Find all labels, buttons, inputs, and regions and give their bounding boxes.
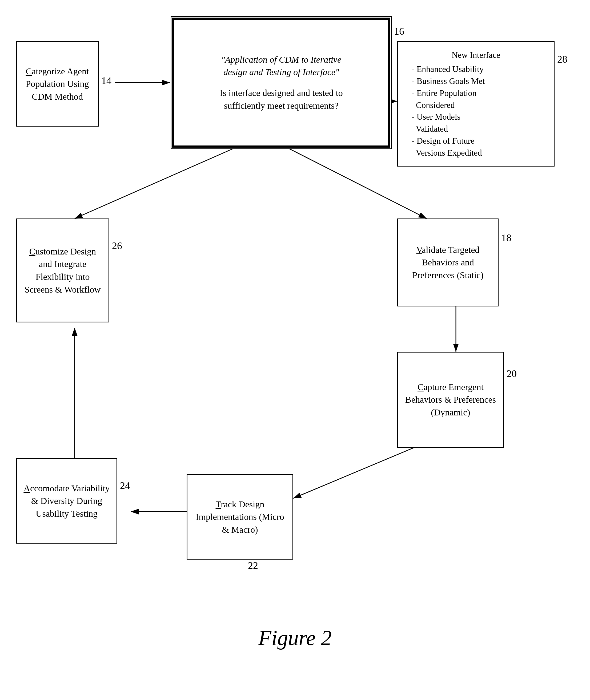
validate-box: Validate Targeted Behaviors and Preferen… (397, 219, 499, 307)
top-center-box: "Application of CDM to Iterative design … (171, 16, 392, 149)
label-20: 20 (507, 368, 517, 379)
capture-box: Capture Emergent Behaviors & Preferences… (397, 352, 504, 448)
diagram-container: YES NO "Application of CDM to Iterative … (0, 0, 590, 666)
categorize-box: Categorize Agent Population Using CDM Me… (16, 41, 99, 127)
label-18: 18 (501, 232, 511, 244)
label-24: 24 (120, 480, 130, 491)
new-interface-box: New Interface - Enhanced Usability - Bus… (397, 41, 555, 166)
customize-box: Customize Design and Integrate Flexibili… (16, 219, 109, 322)
figure-caption: Figure 2 (0, 626, 590, 650)
label-14: 14 (101, 75, 111, 86)
track-box: Track Design Implementations (Micro & Ma… (187, 474, 293, 560)
svg-line-4 (75, 138, 256, 219)
label-22: 22 (248, 560, 258, 571)
top-box-question: Is interface designed and tested to suff… (220, 87, 343, 112)
label-16: 16 (394, 25, 404, 37)
svg-line-8 (293, 442, 426, 498)
accomodate-box: Accomodate Variability & Diversity Durin… (16, 458, 117, 544)
label-28: 28 (557, 53, 567, 65)
top-box-text: "Application of CDM to Iterative design … (221, 53, 341, 79)
label-26: 26 (112, 240, 122, 251)
